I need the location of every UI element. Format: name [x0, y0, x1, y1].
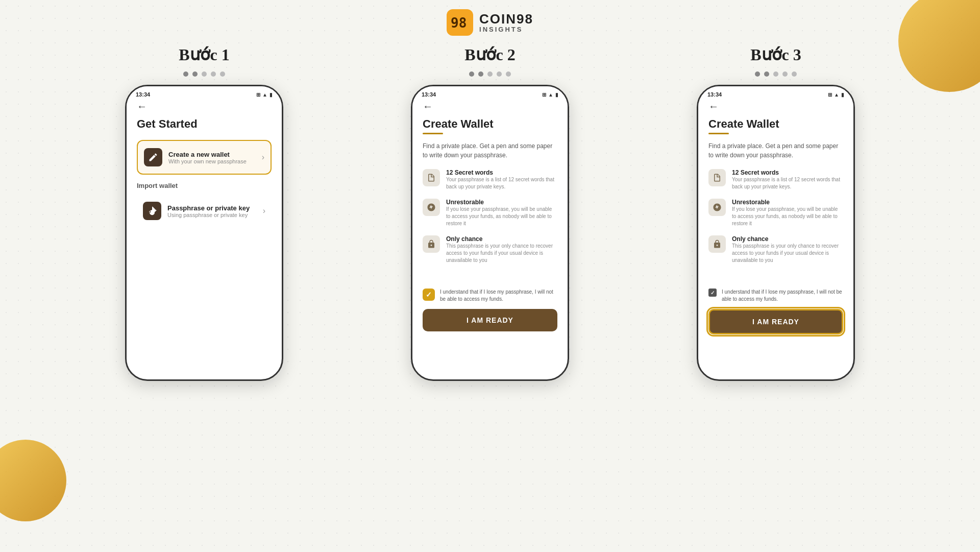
phone-3-content: ← Create Wallet Find a private place. Ge…	[698, 101, 853, 282]
ban-icon	[713, 203, 722, 212]
info-row-3-1: 12 Secret words Your passphrase is a lis…	[708, 169, 843, 190]
step-3-title: Bước 3	[750, 45, 801, 64]
step-3-dots	[755, 71, 797, 77]
step-3-column: Bước 3 13:34 ⊞ ▲ ▮ ←	[633, 45, 919, 381]
info-text-3: Only chance This passphrase is your only…	[446, 235, 557, 264]
document-icon	[427, 173, 436, 182]
phone-3: 13:34 ⊞ ▲ ▮ ← Create Wallet Find a priva…	[697, 85, 855, 381]
dot	[192, 71, 198, 77]
phone-3-checkbox[interactable]: ✓	[708, 289, 717, 297]
checkmark-icon-3: ✓	[710, 290, 715, 296]
dot	[764, 71, 769, 77]
dot	[202, 71, 207, 77]
dot	[469, 71, 474, 77]
wifi-icon: ▲	[834, 92, 839, 98]
svg-text:98: 98	[451, 15, 467, 31]
step-2-title: Bước 2	[464, 45, 516, 64]
info-body-1: Your passphrase is a list of 12 secret w…	[446, 176, 557, 190]
unrestorable-icon-box-3	[708, 199, 726, 216]
phone-3-ready-button[interactable]: I AM READY	[708, 309, 843, 334]
phone-1-content: ← Get Started Create a new wallet With y…	[127, 101, 282, 241]
lock-icon	[427, 239, 436, 249]
step-2-column: Bước 2 13:34 ⊞ ▲ ▮ ←	[347, 45, 633, 381]
create-wallet-icon-box	[144, 148, 162, 166]
info-body-2: If you lose your passphrase, you will be…	[446, 206, 557, 227]
dot	[487, 71, 493, 77]
phone-1-time: 13:34	[136, 91, 150, 98]
info-text-3-3: Only chance This passphrase is your only…	[732, 235, 843, 264]
dot	[211, 71, 216, 77]
info-heading-2: Unrestorable	[446, 199, 557, 206]
passphrase-item[interactable]: Passphrase or private key Using passphra…	[137, 195, 272, 227]
wifi-icon: ▲	[262, 92, 267, 98]
grid-icon: ⊞	[828, 92, 832, 98]
phone-3-screen-title: Create Wallet	[708, 117, 843, 131]
back-arrow-icon[interactable]: ←	[137, 101, 272, 112]
dot	[773, 71, 778, 77]
info-body-3: This passphrase is your only chance to r…	[446, 243, 557, 264]
only-chance-icon-box-3	[708, 235, 726, 253]
info-row-3-2: Unrestorable If you lose your passphrase…	[708, 199, 843, 227]
phone-2-desc: Find a private place. Get a pen and some…	[423, 141, 557, 160]
info-row-2: Unrestorable If you lose your passphrase…	[423, 199, 557, 227]
back-arrow-2-icon[interactable]: ←	[423, 101, 557, 112]
phone-1-screen-title: Get Started	[137, 117, 272, 131]
info-heading-1: 12 Secret words	[446, 169, 557, 176]
deco-circle-left	[0, 440, 66, 521]
info-heading-3-2: Unrestorable	[732, 199, 843, 206]
only-chance-icon-box	[423, 235, 440, 253]
create-wallet-text: Create a new wallet With your own new pa…	[168, 151, 256, 164]
info-heading-3-3: Only chance	[732, 235, 843, 243]
info-row-3: Only chance This passphrase is your only…	[423, 235, 557, 264]
phone-3-checkbox-text: I understand that if I lose my passphras…	[722, 289, 843, 303]
phone-2-ready-button[interactable]: I AM READY	[423, 309, 557, 331]
edit-icon	[148, 152, 158, 162]
info-text-1: 12 Secret words Your passphrase is a lis…	[446, 169, 557, 190]
phone-2-checkbox-row: ✓ I understand that if I lose my passphr…	[423, 289, 557, 303]
passphrase-sublabel: Using passphrase or private key	[167, 212, 257, 218]
dot	[755, 71, 760, 77]
phone-2-time: 13:34	[422, 91, 436, 98]
dot	[478, 71, 483, 77]
create-wallet-sublabel: With your own new passphrase	[168, 158, 256, 164]
phone-3-desc: Find a private place. Get a pen and some…	[708, 141, 843, 160]
info-text-3-2: Unrestorable If you lose your passphrase…	[732, 199, 843, 227]
brand-name: COIN98	[479, 12, 533, 27]
phone-2: 13:34 ⊞ ▲ ▮ ← Create Wallet Find a priva…	[411, 85, 569, 381]
phone-1: 13:34 ⊞ ▲ ▮ ← Get Started	[125, 85, 283, 381]
secret-words-icon-box-3	[708, 169, 726, 186]
phone-2-checkbox-text: I understand that if I lose my passphras…	[440, 289, 557, 303]
phone-2-screen-title: Create Wallet	[423, 117, 557, 131]
dot	[497, 71, 502, 77]
import-wallet-label: Import wallet	[137, 182, 272, 189]
battery-icon: ▮	[841, 92, 844, 98]
battery-icon: ▮	[270, 92, 273, 98]
title-underline-3	[708, 133, 729, 134]
dot	[220, 71, 225, 77]
ban-icon	[427, 203, 436, 212]
passphrase-icon-box	[143, 202, 161, 220]
key-icon	[147, 206, 157, 216]
step-1-column: Bước 1 13:34 ⊞ ▲ ▮ ←	[61, 45, 347, 381]
info-row-3-3: Only chance This passphrase is your only…	[708, 235, 843, 264]
dot	[506, 71, 511, 77]
phone-3-bottom: ✓ I understand that if I lose my passphr…	[698, 282, 853, 343]
phone-2-bottom: ✓ I understand that if I lose my passphr…	[412, 282, 568, 340]
info-body-3-2: If you lose your passphrase, you will be…	[732, 206, 843, 227]
grid-icon: ⊞	[542, 92, 546, 98]
info-text-2: Unrestorable If you lose your passphrase…	[446, 199, 557, 227]
phone-2-checkbox[interactable]: ✓	[423, 289, 435, 301]
create-wallet-label: Create a new wallet	[168, 151, 256, 158]
step-1-title: Bước 1	[179, 45, 230, 64]
title-underline	[423, 133, 443, 134]
phone-2-status-icons: ⊞ ▲ ▮	[542, 92, 558, 98]
phone-2-status-bar: 13:34 ⊞ ▲ ▮	[412, 86, 568, 101]
unrestorable-icon-box	[423, 199, 440, 216]
lock-icon	[713, 239, 722, 249]
create-wallet-item[interactable]: Create a new wallet With your own new pa…	[137, 140, 272, 175]
info-row-1: 12 Secret words Your passphrase is a lis…	[423, 169, 557, 190]
back-arrow-3-icon[interactable]: ←	[708, 101, 843, 112]
steps-row: Bước 1 13:34 ⊞ ▲ ▮ ←	[0, 45, 980, 381]
grid-icon: ⊞	[256, 92, 260, 98]
step-1-dots	[183, 71, 225, 77]
